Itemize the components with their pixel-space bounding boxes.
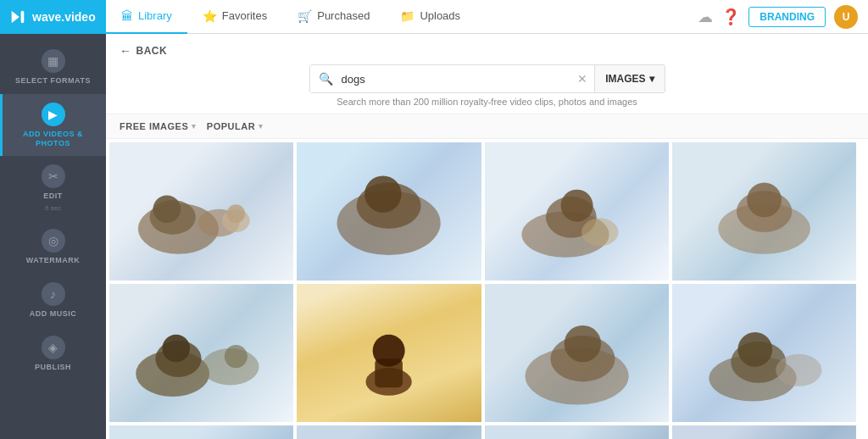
- popular-chevron-icon: ▾: [259, 122, 264, 131]
- back-button[interactable]: ← BACK: [120, 44, 854, 58]
- sidebar-item-add-videos[interactable]: ▶ ADD VIDEOS & PHOTOS: [0, 94, 106, 157]
- chevron-down-icon: ▾: [649, 73, 654, 85]
- content-header: ← BACK 🔍 ✕ IMAGES ▾ Search more than 2: [106, 34, 868, 114]
- svg-point-14: [581, 219, 618, 247]
- sidebar-item-add-music[interactable]: ♪ ADD MUSIC: [0, 274, 106, 327]
- add-videos-icon: ▶: [42, 103, 65, 126]
- filter-row: FREE IMAGES ▾ POPULAR ▾: [106, 114, 868, 139]
- help-icon[interactable]: ❓: [721, 8, 740, 26]
- sidebar-edit-sublabel: 6 sec: [45, 204, 61, 212]
- purchased-icon: 🛒: [298, 9, 312, 23]
- image-item[interactable]: [109, 425, 293, 439]
- top-nav: wave.video 🏛 Library ⭐ Favorites 🛒 Purch…: [0, 0, 868, 34]
- image-item[interactable]: [109, 142, 293, 281]
- svg-point-31: [737, 332, 772, 367]
- search-row: 🔍 ✕ IMAGES ▾ Search more than 200 millio…: [120, 64, 854, 107]
- tab-uploads-label: Uploads: [420, 9, 460, 22]
- main-layout: ▦ SELECT FORMATS ▶ ADD VIDEOS & PHOTOS ✂…: [0, 34, 868, 439]
- watermark-icon: ◎: [42, 229, 65, 253]
- image-item[interactable]: [672, 284, 856, 422]
- tab-favorites-label: Favorites: [222, 9, 267, 22]
- content-area: ← BACK 🔍 ✕ IMAGES ▾ Search more than 2: [106, 34, 868, 439]
- favorites-icon: ⭐: [203, 9, 217, 23]
- uploads-icon: 📁: [400, 9, 415, 23]
- search-hint: Search more than 200 million royalty-fre…: [337, 97, 637, 107]
- tab-purchased[interactable]: 🛒 Purchased: [282, 0, 385, 34]
- sidebar-item-select-formats[interactable]: ▦ SELECT FORMATS: [0, 41, 106, 94]
- image-grid: [106, 139, 868, 439]
- avatar[interactable]: U: [834, 5, 858, 29]
- sidebar-item-watermark[interactable]: ◎ WATERMARK: [0, 220, 106, 274]
- logo[interactable]: wave.video: [0, 0, 106, 34]
- image-item[interactable]: [672, 425, 856, 439]
- images-type-dropdown[interactable]: IMAGES ▾: [594, 65, 664, 92]
- publish-icon: ◈: [42, 336, 65, 359]
- cloud-icon[interactable]: ☁: [698, 8, 713, 26]
- search-bar: 🔍 ✕ IMAGES ▾: [309, 64, 665, 93]
- library-icon: 🏛: [121, 9, 133, 23]
- svg-point-13: [560, 190, 593, 222]
- sidebar-label-edit: EDIT: [43, 192, 63, 201]
- image-grid-wrap: [106, 139, 868, 439]
- sidebar-item-publish[interactable]: ◈ PUBLISH: [0, 327, 106, 381]
- svg-point-32: [776, 354, 821, 386]
- free-images-label: FREE IMAGES: [120, 121, 188, 131]
- svg-point-20: [162, 335, 190, 363]
- branding-button[interactable]: BRANDING: [748, 7, 826, 27]
- active-indicator: [0, 94, 3, 157]
- search-input[interactable]: [342, 65, 571, 92]
- tab-purchased-label: Purchased: [317, 9, 370, 22]
- sidebar-label-publish: PUBLISH: [35, 363, 71, 372]
- back-arrow-icon: ←: [120, 44, 132, 58]
- tab-favorites[interactable]: ⭐ Favorites: [187, 0, 282, 34]
- main-nav: 🏛 Library ⭐ Favorites 🛒 Purchased 📁 Uplo…: [106, 0, 476, 34]
- image-item[interactable]: [485, 425, 669, 439]
- image-item[interactable]: [297, 284, 481, 422]
- sidebar-label-select-formats: SELECT FORMATS: [15, 76, 91, 86]
- image-item[interactable]: [485, 284, 669, 422]
- image-item[interactable]: [485, 142, 669, 281]
- svg-rect-1: [21, 10, 25, 23]
- svg-point-28: [564, 325, 600, 362]
- add-music-icon: ♪: [42, 282, 65, 306]
- popular-label: POPULAR: [207, 121, 255, 131]
- tab-uploads[interactable]: 📁 Uploads: [385, 0, 476, 34]
- svg-point-10: [364, 175, 401, 212]
- wave-logo-icon: [8, 8, 27, 26]
- filter-popular[interactable]: POPULAR ▾: [207, 121, 264, 131]
- svg-point-17: [747, 183, 782, 218]
- svg-point-7: [226, 204, 245, 223]
- back-label: BACK: [136, 45, 168, 57]
- image-item[interactable]: [109, 284, 293, 422]
- svg-point-25: [373, 335, 405, 367]
- logo-text: wave.video: [32, 10, 96, 24]
- tab-library[interactable]: 🏛 Library: [106, 0, 187, 34]
- search-icon: 🔍: [310, 65, 342, 92]
- tab-library-label: Library: [138, 9, 172, 22]
- sidebar-label-add-videos: ADD VIDEOS & PHOTOS: [7, 130, 99, 148]
- image-item[interactable]: [297, 142, 481, 281]
- nav-right: ☁ ❓ BRANDING U: [698, 5, 868, 29]
- sidebar: ▦ SELECT FORMATS ▶ ADD VIDEOS & PHOTOS ✂…: [0, 34, 106, 439]
- edit-icon: ✂: [42, 164, 65, 188]
- images-type-label: IMAGES: [605, 73, 645, 85]
- sidebar-label-watermark: WATERMARK: [26, 256, 80, 265]
- svg-marker-0: [12, 10, 19, 23]
- sidebar-label-add-music: ADD MUSIC: [30, 309, 77, 319]
- image-item[interactable]: [297, 425, 481, 439]
- svg-point-22: [225, 345, 248, 368]
- free-images-chevron-icon: ▾: [192, 122, 197, 131]
- svg-point-4: [153, 195, 181, 223]
- select-formats-icon: ▦: [42, 49, 65, 73]
- filter-free-images[interactable]: FREE IMAGES ▾: [120, 121, 197, 131]
- image-item[interactable]: [672, 142, 856, 281]
- clear-button[interactable]: ✕: [570, 72, 594, 86]
- sidebar-item-edit[interactable]: ✂ EDIT 6 sec: [0, 156, 106, 220]
